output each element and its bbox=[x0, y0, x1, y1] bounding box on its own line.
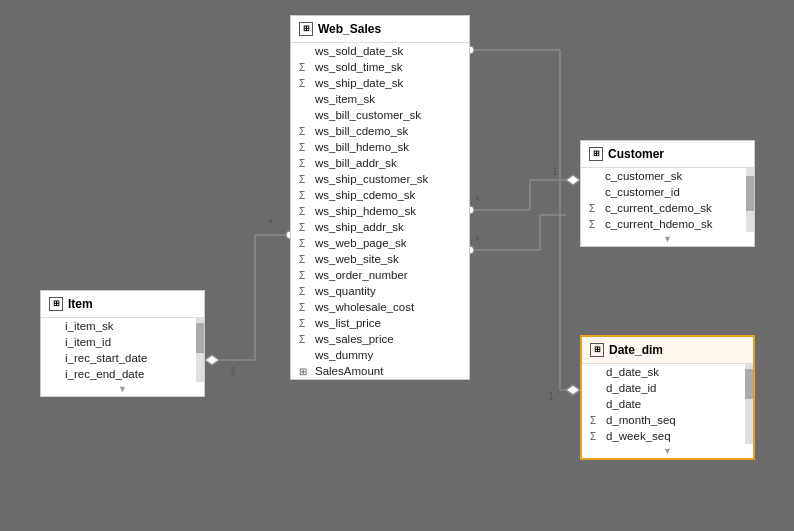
sigma-icon: Σ bbox=[299, 78, 311, 89]
table-row: Σws_list_price bbox=[291, 315, 469, 331]
svg-text:*: * bbox=[475, 233, 480, 248]
scroll-down-indicator: ▼ bbox=[582, 444, 753, 458]
web-sales-title: Web_Sales bbox=[318, 22, 381, 36]
scrollbar-track[interactable] bbox=[196, 318, 204, 382]
table-row: Σws_ship_cdemo_sk bbox=[291, 187, 469, 203]
sigma-icon: Σ bbox=[299, 334, 311, 345]
table-row: Σd_month_seq bbox=[582, 412, 753, 428]
svg-text:1: 1 bbox=[548, 390, 554, 402]
sigma-icon: Σ bbox=[589, 219, 601, 230]
web-sales-table[interactable]: ⊞ Web_Sales ws_sold_date_sk Σws_sold_tim… bbox=[290, 15, 470, 380]
scrollbar-track[interactable] bbox=[745, 364, 753, 444]
table-row: d_date bbox=[582, 396, 753, 412]
sigma-icon: Σ bbox=[299, 238, 311, 249]
table-row: ws_sold_date_sk bbox=[291, 43, 469, 59]
table-row: Σws_ship_hdemo_sk bbox=[291, 203, 469, 219]
sigma-icon: Σ bbox=[299, 142, 311, 153]
table-row: ws_item_sk bbox=[291, 91, 469, 107]
svg-marker-11 bbox=[566, 175, 580, 185]
sigma-icon: Σ bbox=[299, 206, 311, 217]
table-row: c_customer_id bbox=[581, 184, 754, 200]
table-row: d_date_sk bbox=[582, 364, 753, 380]
table-row: Σc_current_cdemo_sk bbox=[581, 200, 754, 216]
sigma-icon: Σ bbox=[299, 270, 311, 281]
table-row: i_item_id bbox=[41, 334, 204, 350]
sigma-icon: Σ bbox=[299, 62, 311, 73]
table-row: ⊞SalesAmount bbox=[291, 363, 469, 379]
table-grid-icon: ⊞ bbox=[299, 22, 313, 36]
table-row: d_date_id bbox=[582, 380, 753, 396]
sigma-icon: Σ bbox=[299, 254, 311, 265]
customer-fields: c_customer_sk c_customer_id Σc_current_c… bbox=[581, 168, 754, 232]
table-row: Σws_ship_date_sk bbox=[291, 75, 469, 91]
date-dim-fields: d_date_sk d_date_id d_date Σd_month_seq … bbox=[582, 364, 753, 444]
table-row: i_rec_start_date bbox=[41, 350, 204, 366]
table-row: Σws_bill_addr_sk bbox=[291, 155, 469, 171]
web-sales-fields: ws_sold_date_sk Σws_sold_time_sk Σws_shi… bbox=[291, 43, 469, 379]
table-row: ws_bill_customer_sk bbox=[291, 107, 469, 123]
svg-text:1: 1 bbox=[552, 165, 558, 177]
item-table[interactable]: ⊞ Item i_item_sk i_item_id i_rec_start_d… bbox=[40, 290, 205, 397]
table-row: c_customer_sk bbox=[581, 168, 754, 184]
web-sales-header: ⊞ Web_Sales bbox=[291, 16, 469, 43]
table-icon: ⊞ bbox=[299, 366, 311, 377]
svg-text:*: * bbox=[268, 216, 273, 231]
table-row: Σws_web_page_sk bbox=[291, 235, 469, 251]
scrollbar-thumb[interactable] bbox=[745, 369, 753, 399]
svg-text:1: 1 bbox=[230, 365, 236, 377]
sigma-icon: Σ bbox=[590, 415, 602, 426]
sigma-icon: Σ bbox=[299, 190, 311, 201]
table-row: Σws_bill_hdemo_sk bbox=[291, 139, 469, 155]
table-row: i_item_sk bbox=[41, 318, 204, 334]
table-row: Σc_current_hdemo_sk bbox=[581, 216, 754, 232]
scrollbar-track[interactable] bbox=[746, 168, 754, 232]
sigma-icon: Σ bbox=[590, 431, 602, 442]
svg-marker-23 bbox=[566, 385, 580, 395]
table-grid-icon: ⊞ bbox=[49, 297, 63, 311]
sigma-icon: Σ bbox=[299, 286, 311, 297]
svg-text:*: * bbox=[475, 193, 480, 208]
sigma-icon: Σ bbox=[299, 302, 311, 313]
item-header: ⊞ Item bbox=[41, 291, 204, 318]
table-row: i_rec_end_date bbox=[41, 366, 204, 382]
table-row: Σd_week_seq bbox=[582, 428, 753, 444]
customer-title: Customer bbox=[608, 147, 664, 161]
svg-marker-3 bbox=[205, 355, 219, 365]
table-grid-icon: ⊞ bbox=[589, 147, 603, 161]
sigma-icon: Σ bbox=[589, 203, 601, 214]
scroll-down-indicator: ▼ bbox=[41, 382, 204, 396]
table-row: Σws_web_site_sk bbox=[291, 251, 469, 267]
date-dim-header: ⊞ Date_dim bbox=[582, 337, 753, 364]
date-dim-title: Date_dim bbox=[609, 343, 663, 357]
sigma-icon: Σ bbox=[299, 174, 311, 185]
table-row: Σws_ship_customer_sk bbox=[291, 171, 469, 187]
table-row: ws_dummy bbox=[291, 347, 469, 363]
customer-table[interactable]: ⊞ Customer c_customer_sk c_customer_id Σ… bbox=[580, 140, 755, 247]
sigma-icon: Σ bbox=[299, 318, 311, 329]
item-title: Item bbox=[68, 297, 93, 311]
sigma-icon: Σ bbox=[299, 222, 311, 233]
customer-header: ⊞ Customer bbox=[581, 141, 754, 168]
scrollbar-thumb[interactable] bbox=[196, 323, 204, 353]
scrollbar-thumb[interactable] bbox=[746, 176, 754, 211]
item-fields: i_item_sk i_item_id i_rec_start_date i_r… bbox=[41, 318, 204, 382]
table-row: Σws_sold_time_sk bbox=[291, 59, 469, 75]
scroll-down-indicator: ▼ bbox=[581, 232, 754, 246]
table-row: Σws_sales_price bbox=[291, 331, 469, 347]
sigma-icon: Σ bbox=[299, 158, 311, 169]
date-dim-table[interactable]: ⊞ Date_dim d_date_sk d_date_id d_date Σd… bbox=[580, 335, 755, 460]
sigma-icon: Σ bbox=[299, 126, 311, 137]
table-row: Σws_wholesale_cost bbox=[291, 299, 469, 315]
table-row: Σws_ship_addr_sk bbox=[291, 219, 469, 235]
table-row: Σws_quantity bbox=[291, 283, 469, 299]
table-row: Σws_order_number bbox=[291, 267, 469, 283]
table-grid-icon: ⊞ bbox=[590, 343, 604, 357]
table-row: Σws_bill_cdemo_sk bbox=[291, 123, 469, 139]
